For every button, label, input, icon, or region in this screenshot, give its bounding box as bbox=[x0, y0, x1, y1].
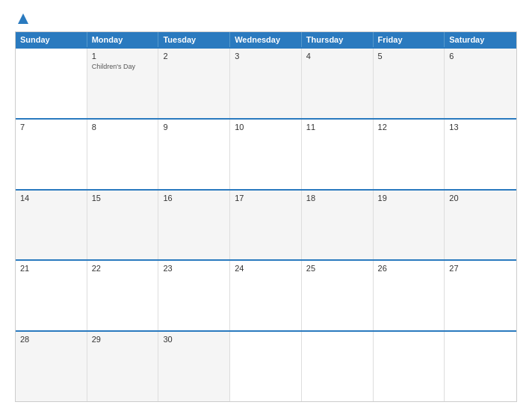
calendar-cell: 3 bbox=[230, 49, 302, 118]
calendar-week: 21222324252627 bbox=[16, 259, 516, 330]
calendar-week: 14151617181920 bbox=[16, 189, 516, 260]
calendar-cell: 7 bbox=[16, 120, 87, 189]
calendar-header-cell: Friday bbox=[374, 32, 445, 47]
calendar-cell bbox=[16, 49, 87, 118]
day-number: 4 bbox=[306, 52, 368, 61]
day-number: 1 bbox=[92, 52, 154, 61]
calendar-cell: 26 bbox=[374, 261, 445, 330]
calendar-header-cell: Saturday bbox=[445, 32, 516, 47]
day-number: 25 bbox=[306, 264, 368, 273]
calendar-week: 282930 bbox=[16, 330, 516, 401]
day-number: 29 bbox=[92, 335, 154, 344]
calendar-cell bbox=[302, 332, 374, 401]
calendar-cell: 9 bbox=[158, 120, 230, 189]
day-number: 2 bbox=[163, 52, 225, 61]
header bbox=[15, 12, 517, 25]
day-number: 19 bbox=[378, 194, 440, 203]
calendar-cell: 10 bbox=[230, 120, 302, 189]
day-number: 16 bbox=[163, 194, 225, 203]
logo bbox=[15, 12, 30, 25]
calendar-cell: 28 bbox=[16, 332, 87, 401]
calendar-cell bbox=[374, 332, 445, 401]
page: SundayMondayTuesdayWednesdayThursdayFrid… bbox=[0, 0, 532, 411]
day-number: 23 bbox=[163, 264, 225, 273]
calendar-cell: 4 bbox=[302, 49, 374, 118]
calendar-cell: 12 bbox=[374, 120, 445, 189]
calendar-header-row: SundayMondayTuesdayWednesdayThursdayFrid… bbox=[16, 32, 516, 47]
day-number: 5 bbox=[378, 52, 440, 61]
calendar-cell: 5 bbox=[374, 49, 445, 118]
calendar-cell: 30 bbox=[158, 332, 230, 401]
calendar-cell: 22 bbox=[87, 261, 159, 330]
day-number: 8 bbox=[92, 123, 154, 132]
calendar-header-cell: Sunday bbox=[16, 32, 87, 47]
calendar-cell: 18 bbox=[302, 191, 374, 260]
day-number: 17 bbox=[235, 194, 297, 203]
calendar: SundayMondayTuesdayWednesdayThursdayFrid… bbox=[15, 31, 517, 402]
day-number: 26 bbox=[378, 264, 440, 273]
calendar-week: 78910111213 bbox=[16, 118, 516, 189]
calendar-cell bbox=[230, 332, 302, 401]
calendar-cell: 8 bbox=[87, 120, 159, 189]
day-number: 24 bbox=[235, 264, 297, 273]
calendar-cell: 25 bbox=[302, 261, 374, 330]
calendar-cell: 1Children's Day bbox=[87, 49, 159, 118]
day-number: 28 bbox=[20, 335, 82, 344]
calendar-cell: 21 bbox=[16, 261, 87, 330]
day-number: 3 bbox=[235, 52, 297, 61]
day-number: 14 bbox=[20, 194, 82, 203]
calendar-body: 1Children's Day2345678910111213141516171… bbox=[16, 47, 516, 401]
calendar-cell: 15 bbox=[87, 191, 159, 260]
day-number: 30 bbox=[163, 335, 225, 344]
calendar-cell: 17 bbox=[230, 191, 302, 260]
day-number: 6 bbox=[449, 52, 512, 61]
calendar-cell: 13 bbox=[445, 120, 516, 189]
day-number: 21 bbox=[20, 264, 82, 273]
day-number: 7 bbox=[20, 123, 82, 132]
calendar-header-cell: Monday bbox=[87, 32, 159, 47]
day-number: 10 bbox=[235, 123, 297, 132]
day-number: 13 bbox=[449, 123, 512, 132]
calendar-cell: 6 bbox=[445, 49, 516, 118]
calendar-cell: 14 bbox=[16, 191, 87, 260]
day-number: 20 bbox=[449, 194, 512, 203]
calendar-week: 1Children's Day23456 bbox=[16, 47, 516, 118]
day-number: 22 bbox=[92, 264, 154, 273]
calendar-header-cell: Thursday bbox=[302, 32, 374, 47]
calendar-cell: 19 bbox=[374, 191, 445, 260]
calendar-cell bbox=[445, 332, 516, 401]
day-number: 15 bbox=[92, 194, 154, 203]
svg-marker-0 bbox=[18, 13, 28, 24]
calendar-cell: 2 bbox=[158, 49, 230, 118]
calendar-header-cell: Wednesday bbox=[230, 32, 302, 47]
day-number: 12 bbox=[378, 123, 440, 132]
day-number: 11 bbox=[306, 123, 368, 132]
calendar-cell: 16 bbox=[158, 191, 230, 260]
day-event: Children's Day bbox=[92, 63, 154, 70]
day-number: 18 bbox=[306, 194, 368, 203]
day-number: 9 bbox=[163, 123, 225, 132]
calendar-header-cell: Tuesday bbox=[158, 32, 230, 47]
calendar-cell: 11 bbox=[302, 120, 374, 189]
calendar-cell: 20 bbox=[445, 191, 516, 260]
calendar-cell: 29 bbox=[87, 332, 159, 401]
calendar-cell: 24 bbox=[230, 261, 302, 330]
day-number: 27 bbox=[449, 264, 512, 273]
calendar-cell: 23 bbox=[158, 261, 230, 330]
logo-icon bbox=[16, 12, 30, 25]
calendar-cell: 27 bbox=[445, 261, 516, 330]
